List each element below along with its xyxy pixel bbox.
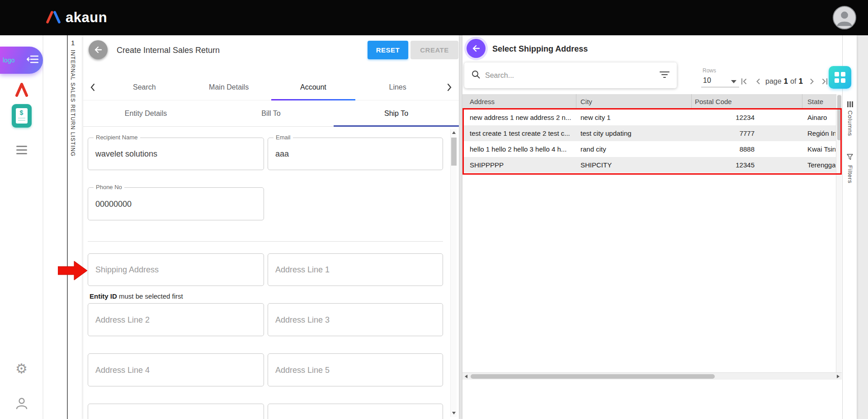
- picker-title: Select Shipping Address: [492, 44, 588, 54]
- field-label: Phone No: [94, 184, 124, 190]
- tab-main-details[interactable]: Main Details: [187, 74, 271, 100]
- tab-account[interactable]: Account: [271, 74, 356, 100]
- recipient-name-field[interactable]: Recipient Name wavelet solutions: [88, 138, 264, 170]
- columns-toggle[interactable]: Columns: [843, 101, 857, 136]
- back-arrow-icon: [93, 45, 103, 55]
- reset-button[interactable]: RESET: [368, 41, 408, 59]
- phone-field[interactable]: Phone No 00000000: [88, 187, 264, 220]
- vertical-tab-indicator: [67, 35, 68, 419]
- grid-view-button[interactable]: [829, 66, 851, 89]
- cell-city: new city 1: [580, 110, 611, 125]
- close-picker-button[interactable]: [467, 39, 486, 58]
- account-subtabs: Entity Details Bill To Ship To: [83, 100, 459, 127]
- scroll-up-arrow[interactable]: [451, 129, 457, 136]
- scrollbar-thumb[interactable]: [451, 138, 457, 166]
- address-line-2-field[interactable]: Address Line 2: [88, 303, 264, 336]
- table-vertical-scrollbar[interactable]: [836, 94, 842, 372]
- tabs-scroll-left[interactable]: [83, 74, 102, 100]
- helper-rest: must be selected first: [117, 292, 183, 300]
- first-page-icon: [740, 77, 748, 86]
- header-address[interactable]: Address: [470, 94, 495, 110]
- broken-logo-image: logo: [3, 57, 14, 64]
- filter-list-icon[interactable]: [660, 71, 670, 80]
- search-icon: [472, 70, 480, 81]
- section-divider: [88, 241, 443, 242]
- sidebar-item-listing[interactable]: [0, 146, 43, 154]
- cell-city: SHIPCITY: [580, 157, 612, 173]
- field-placeholder: Address Line 3: [275, 315, 330, 324]
- shipping-address-field[interactable]: Shipping Address: [88, 253, 264, 286]
- cell-address: SHIPPPPP: [470, 157, 504, 173]
- scroll-down-arrow[interactable]: [451, 409, 457, 417]
- address-field-partial[interactable]: [88, 404, 264, 419]
- gear-icon: ⚙: [15, 362, 28, 376]
- subtab-ship-to[interactable]: Ship To: [334, 100, 459, 126]
- cell-postal-code: 12234: [691, 110, 755, 125]
- user-avatar[interactable]: [833, 6, 856, 29]
- table-row[interactable]: SHIPPPPP SHIPCITY 12345 Terengganu: [462, 157, 836, 173]
- sidebar-item-profile[interactable]: [0, 396, 43, 410]
- email-field[interactable]: Email aaa: [268, 138, 443, 170]
- filters-label: Filters: [847, 165, 854, 183]
- previous-page-button[interactable]: [753, 76, 763, 86]
- scroll-right-arrow[interactable]: [835, 373, 842, 380]
- sidebar-item-invoice[interactable]: $: [0, 104, 43, 128]
- tab-search[interactable]: Search: [102, 74, 187, 100]
- sidebar-item-settings[interactable]: ⚙: [0, 362, 43, 376]
- address-line-5-field[interactable]: Address Line 5: [268, 353, 443, 386]
- field-label: Email: [274, 134, 293, 141]
- subtab-bill-to[interactable]: Bill To: [208, 100, 334, 126]
- back-button[interactable]: [89, 40, 108, 59]
- table-row[interactable]: new address 1 new address 2 n... new cit…: [462, 110, 836, 125]
- rows-label: Rows: [703, 67, 716, 74]
- scrollbar-thumb[interactable]: [837, 95, 841, 140]
- field-value: aaa: [275, 149, 289, 159]
- first-page-button[interactable]: [739, 76, 749, 86]
- field-value: 00000000: [95, 199, 132, 209]
- menu-open-icon[interactable]: [27, 55, 38, 65]
- brand-name: akaun: [66, 10, 107, 26]
- chevron-left-icon: [754, 77, 762, 86]
- cell-address: new address 1 new address 2 n...: [470, 110, 571, 125]
- next-page-button[interactable]: [807, 76, 817, 86]
- create-button[interactable]: CREATE: [410, 41, 458, 59]
- table-row[interactable]: hello 1 hello 2 hello 3 hello 4 h... ran…: [462, 141, 836, 157]
- header-city[interactable]: City: [580, 94, 592, 110]
- column-divider: [691, 94, 692, 110]
- address-field-partial[interactable]: [268, 404, 443, 419]
- brand-triangle-icon: [45, 10, 61, 25]
- sidebar-logo-pill[interactable]: logo: [0, 47, 43, 74]
- address-line-1-field[interactable]: Address Line 1: [268, 253, 443, 286]
- address-line-4-field[interactable]: Address Line 4: [88, 353, 264, 386]
- form-scrollbar[interactable]: [450, 129, 457, 417]
- table-row[interactable]: test create 1 test create 2 test c... te…: [462, 125, 836, 141]
- field-placeholder: Address Line 4: [95, 365, 150, 375]
- page-indicator: page 1 of 1: [765, 77, 803, 86]
- tabs-scroll-right[interactable]: [440, 74, 459, 100]
- sidebar-item-red-app[interactable]: [0, 82, 43, 97]
- scroll-left-arrow[interactable]: [462, 373, 470, 380]
- tab-lines[interactable]: Lines: [355, 74, 440, 100]
- column-divider: [576, 94, 576, 110]
- vertical-tab-label[interactable]: INTERNAL SALES RETURN LISTING: [70, 50, 76, 157]
- shipping-address-panel: Select Shipping Address Rows 10: [462, 35, 857, 419]
- columns-icon: [847, 101, 853, 107]
- person-icon: [15, 396, 28, 410]
- subtab-entity-details[interactable]: Entity Details: [83, 100, 208, 126]
- filters-toggle[interactable]: Filters: [843, 154, 857, 183]
- scrollbar-thumb[interactable]: [471, 374, 715, 379]
- cell-postal-code: 8888: [691, 141, 755, 157]
- search-input[interactable]: [485, 71, 660, 80]
- column-divider: [802, 94, 802, 110]
- cell-state: Región Insu: [807, 125, 835, 141]
- grid-view-icon: [835, 72, 845, 83]
- table-horizontal-scrollbar[interactable]: [462, 372, 842, 380]
- rows-per-page-select[interactable]: 10: [701, 76, 739, 87]
- total-pages: 1: [798, 77, 802, 86]
- ship-to-form: Recipient Name wavelet solutions Email a…: [83, 127, 459, 419]
- last-page-button[interactable]: [820, 76, 830, 86]
- header-postal-code[interactable]: Postal Code: [695, 94, 732, 110]
- header-state[interactable]: State: [807, 94, 823, 110]
- page-word: page: [765, 77, 782, 86]
- address-line-3-field[interactable]: Address Line 3: [268, 303, 443, 336]
